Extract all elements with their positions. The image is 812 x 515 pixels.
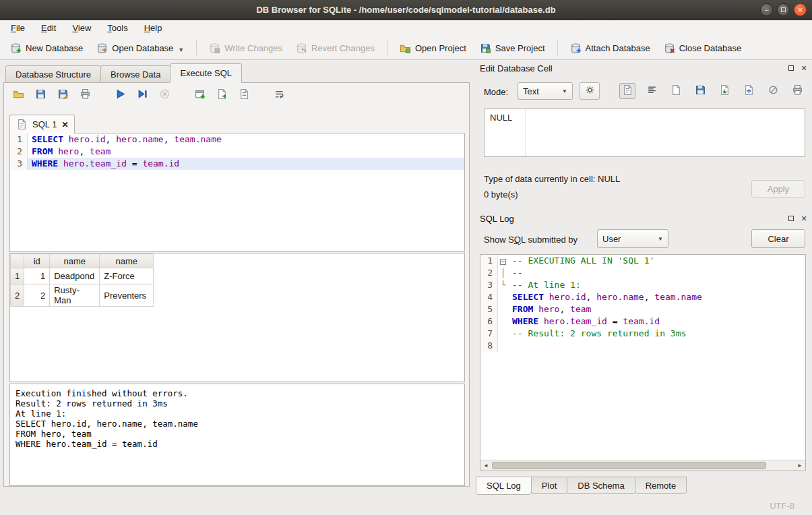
table-cell[interactable]: Z-Force: [100, 268, 154, 284]
scroll-left-icon[interactable]: ◀: [480, 460, 491, 471]
main-toolbar: New DatabaseOpen Database▼Write ChangesR…: [0, 36, 812, 60]
print-button[interactable]: [77, 88, 92, 102]
toolbar-separator: [196, 40, 197, 55]
align-left-button[interactable]: [644, 83, 660, 99]
close-button[interactable]: ×: [794, 3, 807, 16]
print-icon: [80, 88, 91, 102]
row-header[interactable]: 1: [11, 268, 24, 284]
mode-select[interactable]: Text ▼: [518, 82, 573, 100]
main-tabs: Database StructureBrowse DataExecute SQL: [5, 63, 241, 83]
sql-file-icon: [16, 119, 28, 130]
set-null-button[interactable]: [765, 83, 781, 99]
word-wrap-button[interactable]: [272, 88, 286, 102]
minimize-button[interactable]: −: [760, 3, 773, 16]
align-left-icon: [646, 84, 658, 98]
tab-browse-data[interactable]: Browse Data: [100, 65, 170, 83]
cell-value-editor[interactable]: NULL: [484, 109, 805, 157]
scroll-right-icon[interactable]: ▶: [794, 460, 805, 471]
attach-database-icon: [570, 42, 582, 54]
menu-file[interactable]: File: [3, 20, 33, 36]
float-dock-icon[interactable]: [787, 64, 795, 72]
open-database-button[interactable]: Open Database▼: [90, 39, 190, 57]
code-line: 2│--: [480, 267, 805, 279]
chevron-down-icon: ▼: [562, 88, 567, 94]
menu-help[interactable]: Help: [136, 20, 170, 36]
open-project-button[interactable]: Open Project: [394, 39, 472, 57]
dropdown-arrow-icon[interactable]: ▼: [178, 47, 184, 54]
toolbar-button-label: Write Changes: [224, 43, 282, 53]
float-dock-icon[interactable]: [787, 214, 795, 222]
table-cell[interactable]: Preventers: [100, 284, 154, 307]
menu-view[interactable]: View: [64, 20, 99, 36]
export-button[interactable]: [741, 83, 757, 99]
sql-document-tab[interactable]: SQL 1 ✕: [9, 115, 75, 133]
code-text: [508, 340, 805, 352]
save-sql-file-button[interactable]: [33, 88, 48, 102]
import-button[interactable]: [716, 83, 732, 99]
row-header[interactable]: 2: [11, 284, 24, 307]
corner-header: [11, 254, 24, 268]
code-line: 4SELECT hero.id, hero.name, team.name: [480, 291, 805, 303]
close-database-button[interactable]: Close Database: [658, 39, 748, 57]
apply-settings-icon: [584, 84, 596, 98]
tab-db-schema[interactable]: DB Schema: [567, 477, 635, 494]
maximize-button[interactable]: [777, 3, 790, 16]
cell-value: NULL: [490, 113, 512, 123]
save-project-icon: [480, 42, 491, 54]
toolbar-button-label: Save Project: [495, 43, 545, 53]
apply-settings-button[interactable]: [580, 82, 600, 100]
column-header[interactable]: id: [24, 254, 50, 268]
fold-collapse-icon[interactable]: −: [500, 259, 506, 265]
text-mode-button[interactable]: [619, 83, 635, 99]
line-number: 4: [480, 291, 498, 303]
menu-edit[interactable]: Edit: [33, 20, 64, 36]
horizontal-scrollbar[interactable]: ◀ ▶: [480, 460, 805, 471]
save-cell-button[interactable]: [692, 83, 708, 99]
open-in-tab-button[interactable]: [214, 88, 229, 102]
save-sql-as-icon: [57, 88, 69, 102]
tab-sql-log[interactable]: SQL Log: [476, 477, 532, 495]
attach-database-button[interactable]: Attach Database: [564, 39, 656, 57]
fold-column: [498, 315, 508, 328]
new-database-button[interactable]: New Database: [4, 39, 89, 57]
table-cell[interactable]: Deadpond: [50, 268, 100, 284]
menu-tools[interactable]: Tools: [99, 20, 135, 36]
sql-toolbar: [11, 88, 286, 102]
clear-log-button[interactable]: Clear: [751, 229, 805, 248]
scrollbar-thumb[interactable]: [492, 462, 766, 469]
tab-remote[interactable]: Remote: [635, 477, 687, 494]
save-sql-as-button[interactable]: [55, 88, 70, 102]
titlebar[interactable]: DB Browser for SQLite - /home/user/code/…: [0, 0, 812, 20]
tab-database-structure[interactable]: Database Structure: [5, 65, 101, 83]
document-button[interactable]: [668, 83, 684, 99]
sql-document-tabs: SQL 1 ✕: [9, 113, 75, 133]
line-number: 5: [480, 303, 498, 315]
close-dock-icon[interactable]: ✕: [800, 214, 808, 222]
toolbar-button-label: Revert Changes: [311, 43, 375, 53]
execute-all-icon: [115, 88, 126, 102]
window-title: DB Browser for SQLite - /home/user/code/…: [256, 5, 555, 15]
table-cell[interactable]: 1: [24, 268, 50, 284]
save-project-button[interactable]: Save Project: [474, 39, 551, 57]
chevron-down-icon: ▼: [658, 236, 663, 242]
close-dock-icon[interactable]: ✕: [800, 64, 808, 72]
open-sql-file-button[interactable]: [11, 88, 26, 102]
column-header[interactable]: name: [50, 254, 100, 268]
sql-editor[interactable]: 1SELECT hero.id, hero.name, team.name2FR…: [9, 133, 465, 252]
print-cell-button[interactable]: [789, 83, 805, 99]
tab-execute-sql[interactable]: Execute SQL: [170, 63, 242, 83]
line-number: 1: [480, 255, 498, 267]
close-tab-icon[interactable]: ✕: [61, 120, 68, 129]
left-panel: Database StructureBrowse DataExecute SQL…: [0, 60, 474, 515]
column-header[interactable]: name: [100, 254, 154, 268]
execute-line-button[interactable]: [135, 88, 150, 102]
table-cell[interactable]: Rusty-Man: [50, 284, 100, 307]
execute-all-button[interactable]: [113, 88, 127, 102]
new-tab-button[interactable]: [192, 88, 207, 102]
format-sql-button[interactable]: [237, 88, 251, 102]
open-project-icon: [400, 42, 411, 54]
table-cell[interactable]: 2: [24, 284, 50, 307]
submitted-by-select[interactable]: User ▼: [597, 229, 668, 248]
tab-plot[interactable]: Plot: [531, 477, 567, 494]
fold-column: [498, 340, 508, 352]
